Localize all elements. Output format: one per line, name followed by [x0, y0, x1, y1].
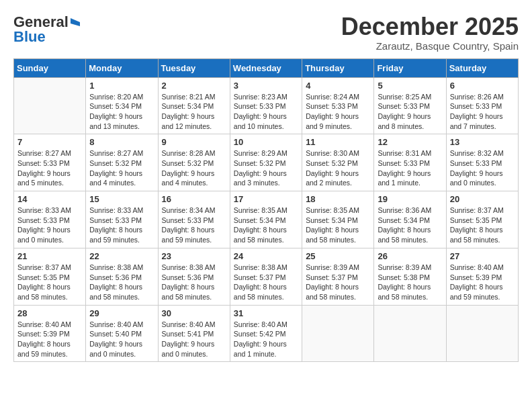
day-info: Sunrise: 8:24 AM Sunset: 5:33 PM Dayligh…: [306, 92, 370, 132]
day-number: 16: [162, 194, 226, 204]
day-header-monday: Monday: [86, 58, 158, 77]
calendar-cell: [374, 305, 446, 362]
day-info: Sunrise: 8:40 AM Sunset: 5:41 PM Dayligh…: [162, 320, 226, 359]
day-number: 8: [89, 137, 154, 147]
day-number: 4: [306, 81, 370, 91]
day-number: 5: [378, 81, 442, 91]
calendar-cell: 4Sunrise: 8:24 AM Sunset: 5:33 PM Daylig…: [302, 77, 374, 134]
day-info: Sunrise: 8:36 AM Sunset: 5:34 PM Dayligh…: [378, 205, 442, 245]
calendar-cell: 27Sunrise: 8:40 AM Sunset: 5:39 PM Dayli…: [446, 248, 518, 305]
day-number: 17: [234, 194, 298, 204]
day-info: Sunrise: 8:29 AM Sunset: 5:32 PM Dayligh…: [234, 148, 298, 188]
day-info: Sunrise: 8:37 AM Sunset: 5:35 PM Dayligh…: [17, 263, 82, 302]
day-number: 7: [17, 137, 82, 147]
day-info: Sunrise: 8:40 AM Sunset: 5:39 PM Dayligh…: [17, 320, 82, 359]
location: Zarautz, Basque Country, Spain: [341, 40, 519, 52]
day-info: Sunrise: 8:39 AM Sunset: 5:38 PM Dayligh…: [378, 263, 442, 302]
calendar-cell: 24Sunrise: 8:38 AM Sunset: 5:37 PM Dayli…: [230, 248, 302, 305]
calendar-cell: 23Sunrise: 8:38 AM Sunset: 5:36 PM Dayli…: [158, 248, 230, 305]
day-info: Sunrise: 8:33 AM Sunset: 5:33 PM Dayligh…: [89, 205, 154, 245]
calendar-cell: 15Sunrise: 8:33 AM Sunset: 5:33 PM Dayli…: [86, 191, 158, 248]
day-info: Sunrise: 8:38 AM Sunset: 5:36 PM Dayligh…: [162, 263, 226, 302]
day-number: 13: [450, 137, 515, 147]
calendar-cell: 7Sunrise: 8:27 AM Sunset: 5:33 PM Daylig…: [14, 134, 86, 191]
day-number: 20: [450, 194, 515, 204]
day-number: 10: [234, 137, 298, 147]
calendar-cell: 11Sunrise: 8:30 AM Sunset: 5:32 PM Dayli…: [302, 134, 374, 191]
calendar-cell: 14Sunrise: 8:33 AM Sunset: 5:33 PM Dayli…: [14, 191, 86, 248]
calendar-cell: 21Sunrise: 8:37 AM Sunset: 5:35 PM Dayli…: [14, 248, 86, 305]
page-header: General Blue December 2025 Zarautz, Basq…: [13, 13, 519, 52]
day-number: 25: [306, 251, 370, 261]
day-number: 6: [450, 81, 515, 91]
logo-blue: Blue: [13, 28, 46, 46]
calendar-cell: [302, 305, 374, 362]
day-number: 21: [17, 251, 82, 261]
day-info: Sunrise: 8:25 AM Sunset: 5:33 PM Dayligh…: [378, 92, 442, 132]
calendar-cell: 12Sunrise: 8:31 AM Sunset: 5:33 PM Dayli…: [374, 134, 446, 191]
calendar-cell: 28Sunrise: 8:40 AM Sunset: 5:39 PM Dayli…: [14, 305, 86, 362]
day-info: Sunrise: 8:27 AM Sunset: 5:32 PM Dayligh…: [89, 148, 154, 188]
calendar-cell: 10Sunrise: 8:29 AM Sunset: 5:32 PM Dayli…: [230, 134, 302, 191]
calendar-cell: 16Sunrise: 8:34 AM Sunset: 5:33 PM Dayli…: [158, 191, 230, 248]
calendar-cell: 1Sunrise: 8:20 AM Sunset: 5:34 PM Daylig…: [86, 77, 158, 134]
calendar-cell: 19Sunrise: 8:36 AM Sunset: 5:34 PM Dayli…: [374, 191, 446, 248]
day-number: 27: [450, 251, 515, 261]
day-info: Sunrise: 8:34 AM Sunset: 5:33 PM Dayligh…: [162, 205, 226, 245]
day-info: Sunrise: 8:40 AM Sunset: 5:40 PM Dayligh…: [89, 320, 154, 359]
day-number: 26: [378, 251, 442, 261]
day-number: 23: [162, 251, 226, 261]
day-info: Sunrise: 8:40 AM Sunset: 5:42 PM Dayligh…: [234, 320, 298, 359]
day-info: Sunrise: 8:26 AM Sunset: 5:33 PM Dayligh…: [450, 92, 515, 132]
day-info: Sunrise: 8:27 AM Sunset: 5:33 PM Dayligh…: [17, 148, 82, 188]
calendar-header-row: SundayMondayTuesdayWednesdayThursdayFrid…: [14, 58, 519, 77]
calendar-cell: 6Sunrise: 8:26 AM Sunset: 5:33 PM Daylig…: [446, 77, 518, 134]
logo-icon: [71, 17, 81, 28]
day-header-friday: Friday: [374, 58, 446, 77]
calendar-week-row: 21Sunrise: 8:37 AM Sunset: 5:35 PM Dayli…: [14, 248, 519, 305]
day-number: 3: [234, 81, 298, 91]
calendar-cell: 18Sunrise: 8:35 AM Sunset: 5:34 PM Dayli…: [302, 191, 374, 248]
day-info: Sunrise: 8:40 AM Sunset: 5:39 PM Dayligh…: [450, 263, 515, 302]
calendar-cell: 13Sunrise: 8:32 AM Sunset: 5:33 PM Dayli…: [446, 134, 518, 191]
calendar-week-row: 14Sunrise: 8:33 AM Sunset: 5:33 PM Dayli…: [14, 191, 519, 248]
day-number: 19: [378, 194, 442, 204]
calendar-cell: 3Sunrise: 8:23 AM Sunset: 5:33 PM Daylig…: [230, 77, 302, 134]
day-info: Sunrise: 8:39 AM Sunset: 5:37 PM Dayligh…: [306, 263, 370, 302]
day-info: Sunrise: 8:33 AM Sunset: 5:33 PM Dayligh…: [17, 205, 82, 245]
day-info: Sunrise: 8:21 AM Sunset: 5:34 PM Dayligh…: [162, 92, 226, 132]
day-info: Sunrise: 8:20 AM Sunset: 5:34 PM Dayligh…: [89, 92, 154, 132]
day-header-wednesday: Wednesday: [230, 58, 302, 77]
day-number: 31: [234, 308, 298, 318]
logo: General Blue: [13, 13, 81, 46]
day-info: Sunrise: 8:38 AM Sunset: 5:36 PM Dayligh…: [89, 263, 154, 302]
day-header-tuesday: Tuesday: [158, 58, 230, 77]
calendar-cell: 8Sunrise: 8:27 AM Sunset: 5:32 PM Daylig…: [86, 134, 158, 191]
month-title: December 2025: [341, 13, 519, 40]
calendar-week-row: 1Sunrise: 8:20 AM Sunset: 5:34 PM Daylig…: [14, 77, 519, 134]
calendar-cell: 2Sunrise: 8:21 AM Sunset: 5:34 PM Daylig…: [158, 77, 230, 134]
title-block: December 2025 Zarautz, Basque Country, S…: [341, 13, 519, 52]
day-number: 1: [89, 81, 154, 91]
day-number: 12: [378, 137, 442, 147]
day-number: 14: [17, 194, 82, 204]
day-info: Sunrise: 8:37 AM Sunset: 5:35 PM Dayligh…: [450, 205, 515, 245]
day-number: 24: [234, 251, 298, 261]
calendar-table: SundayMondayTuesdayWednesdayThursdayFrid…: [13, 58, 519, 363]
day-number: 18: [306, 194, 370, 204]
day-info: Sunrise: 8:23 AM Sunset: 5:33 PM Dayligh…: [234, 92, 298, 132]
calendar-cell: 25Sunrise: 8:39 AM Sunset: 5:37 PM Dayli…: [302, 248, 374, 305]
calendar-cell: 22Sunrise: 8:38 AM Sunset: 5:36 PM Dayli…: [86, 248, 158, 305]
day-number: 2: [162, 81, 226, 91]
calendar-cell: [14, 77, 86, 134]
day-info: Sunrise: 8:31 AM Sunset: 5:33 PM Dayligh…: [378, 148, 442, 188]
calendar-week-row: 7Sunrise: 8:27 AM Sunset: 5:33 PM Daylig…: [14, 134, 519, 191]
calendar-cell: [446, 305, 518, 362]
day-number: 9: [162, 137, 226, 147]
calendar-cell: 9Sunrise: 8:28 AM Sunset: 5:32 PM Daylig…: [158, 134, 230, 191]
day-header-sunday: Sunday: [14, 58, 86, 77]
calendar-cell: 20Sunrise: 8:37 AM Sunset: 5:35 PM Dayli…: [446, 191, 518, 248]
day-number: 28: [17, 308, 82, 318]
calendar-cell: 17Sunrise: 8:35 AM Sunset: 5:34 PM Dayli…: [230, 191, 302, 248]
day-number: 30: [162, 308, 226, 318]
